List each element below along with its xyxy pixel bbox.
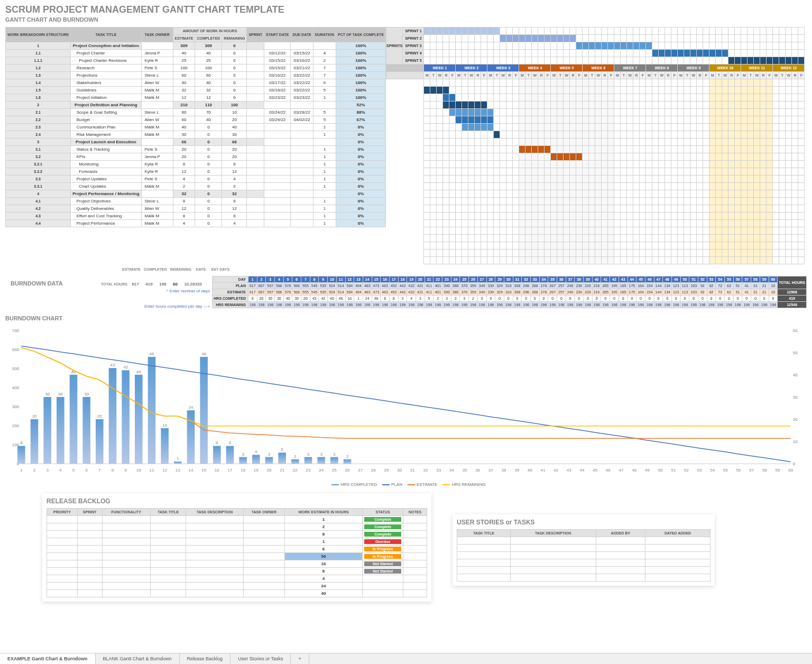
svg-rect-76	[17, 446, 25, 464]
svg-text:50: 50	[793, 351, 798, 355]
story-row[interactable]	[457, 545, 710, 552]
task-row[interactable]: 3.2.2 Forecasts Kylie R 12012 1 0%	[6, 168, 386, 176]
backlog-row[interactable]: 50 In Progress	[47, 553, 427, 560]
week-header: WEEK 5	[551, 64, 583, 72]
svg-text:17: 17	[227, 468, 232, 473]
svg-text:24: 24	[319, 468, 324, 473]
task-row[interactable]: 1.3 Projections Steve L 60600 03/16/2203…	[6, 72, 386, 79]
svg-rect-90	[109, 368, 117, 464]
svg-text:2: 2	[294, 454, 297, 459]
svg-text:20: 20	[793, 417, 798, 422]
svg-text:60: 60	[788, 468, 793, 473]
svg-text:14: 14	[188, 468, 193, 473]
svg-text:1: 1	[20, 468, 23, 473]
gantt-area: WORK BREAKDOWN STRUCTURE TASK TITLE TASK…	[0, 27, 812, 264]
svg-text:21: 21	[280, 468, 284, 473]
backlog-row[interactable]: 40	[47, 590, 427, 597]
backlog-row[interactable]: 4	[47, 575, 427, 583]
svg-rect-114	[265, 457, 273, 464]
svg-text:40: 40	[136, 370, 141, 374]
svg-text:3: 3	[242, 452, 244, 457]
svg-rect-118	[291, 459, 299, 464]
task-row[interactable]: 1 Project Conception and Initiation 3093…	[6, 42, 386, 50]
task-row[interactable]: 3 Project Launch and Execution 66066 0%	[6, 139, 386, 146]
svg-rect-122	[317, 457, 325, 464]
svg-rect-102	[187, 410, 195, 464]
backlog-row[interactable]: 6 In Progress	[47, 546, 427, 553]
svg-rect-92	[122, 370, 130, 464]
task-row[interactable]: 3.1 Status & Tracking Pete S 20020 1 0%	[6, 146, 386, 153]
story-row[interactable]	[457, 574, 710, 582]
task-row[interactable]: 1.1 Project Charter Jenna P 40400 03/12/…	[6, 50, 386, 57]
backlog-row[interactable]: 2 Complete	[47, 523, 427, 531]
svg-rect-106	[213, 446, 221, 464]
task-row[interactable]: 1.5 Guidelines Malik M 32320 03/18/2203/…	[6, 87, 386, 94]
sprints-label: SPRINTS	[386, 27, 403, 64]
task-row[interactable]: 2.1 Scope & Goal Setting Steve L 807010 …	[6, 109, 386, 116]
task-row[interactable]: 1.1.1 Project Charter Revisions Kylie R …	[6, 57, 386, 64]
svg-text:8: 8	[112, 468, 114, 473]
svg-text:35: 35	[463, 468, 467, 473]
task-row[interactable]: 1.4 Stakeholders Allen W 40400 03/17/220…	[6, 79, 386, 87]
svg-text:58: 58	[762, 468, 767, 473]
user-stories-panel: USER STORIES or TASKS TASK TITLETASK DES…	[453, 514, 715, 586]
svg-text:36: 36	[475, 468, 480, 473]
story-row[interactable]	[457, 567, 710, 574]
svg-text:59: 59	[776, 468, 780, 473]
task-row[interactable]: 3.3.1 Chart Updates Malik M 202 1 0%	[6, 183, 386, 190]
svg-text:500: 500	[12, 366, 20, 371]
svg-text:7: 7	[98, 468, 101, 473]
svg-rect-108	[226, 446, 234, 464]
week-header: WEEK 8	[646, 64, 678, 72]
svg-text:25: 25	[332, 468, 337, 473]
task-row[interactable]: 3.3 Project Updates Pete S 404 1 0%	[6, 176, 386, 183]
svg-text:13: 13	[176, 468, 180, 473]
week-header: WEEK 10	[709, 64, 741, 72]
task-row[interactable]: 3.2 KPIs Jenna P 20020 1 0%	[6, 153, 386, 161]
task-row[interactable]: 2 Project Definition and Planning 210110…	[6, 102, 386, 109]
task-row[interactable]: 4.3 Effort and Cost Tracking Malik M 808…	[6, 213, 386, 220]
svg-text:3: 3	[320, 452, 322, 457]
task-row[interactable]: 4.2 Quality Deliverables Allen W 12012 1…	[6, 205, 386, 213]
task-row[interactable]: 3.2.1 Monitoring Kylie R 808 1 0%	[6, 161, 386, 168]
svg-text:9: 9	[124, 468, 127, 473]
svg-text:40: 40	[793, 373, 798, 377]
svg-text:4: 4	[255, 449, 257, 454]
col-wbs: WORK BREAKDOWN STRUCTURE	[6, 27, 71, 42]
story-row[interactable]	[457, 552, 710, 559]
svg-text:30: 30	[793, 395, 798, 400]
task-row[interactable]: 2.4 Risk Management Malik M 30030 1 0%	[6, 131, 386, 139]
svg-text:41: 41	[541, 468, 546, 473]
svg-rect-94	[135, 375, 143, 464]
svg-text:60: 60	[793, 328, 798, 333]
task-row[interactable]: 2.3 Communication Plan Malik M 40040 1 0…	[6, 124, 386, 131]
week-header: WEEK 4	[519, 64, 551, 72]
task-row[interactable]: 4.1 Project Objectives Steve L 808 1 0%	[6, 198, 386, 205]
svg-text:2: 2	[33, 468, 36, 473]
subtitle: GANTT CHART AND BURNDOWN	[0, 16, 812, 27]
svg-text:38: 38	[502, 468, 506, 473]
svg-text:19: 19	[254, 468, 259, 473]
backlog-row[interactable]: 1 Complete	[47, 516, 427, 523]
svg-text:28: 28	[371, 468, 376, 473]
backlog-row[interactable]: 8 Not Started	[47, 568, 427, 575]
svg-rect-84	[70, 375, 78, 464]
task-row[interactable]: 1.2 Research Pete S 1001000 03/15/2203/2…	[6, 64, 386, 72]
task-row[interactable]: 4 Project Performance / Monitoring 32032…	[6, 190, 386, 198]
week-header: WEEK 7	[614, 64, 646, 72]
story-row[interactable]	[457, 537, 710, 545]
backlog-row[interactable]: 1 Overdue	[47, 538, 427, 546]
task-row[interactable]: 1.6 Project Initiation Malik M 12120 03/…	[6, 94, 386, 102]
backlog-row[interactable]: 24	[47, 583, 427, 590]
svg-text:31: 31	[410, 468, 415, 473]
svg-rect-86	[82, 397, 90, 464]
task-row[interactable]: 2.2 Budget Allen W 604020 03/29/2204/02/…	[6, 116, 386, 124]
svg-text:30: 30	[58, 392, 63, 396]
svg-text:43: 43	[567, 468, 571, 473]
burndown-data-title: BURNDOWN DATA	[5, 276, 68, 289]
story-row[interactable]	[457, 559, 710, 567]
backlog-row[interactable]: 8 Complete	[47, 531, 427, 538]
backlog-row[interactable]: 16 Not Started	[47, 560, 427, 568]
task-row[interactable]: 4.4 Project Performance Malik M 404 1 0%	[6, 220, 386, 227]
svg-text:47: 47	[619, 468, 624, 473]
